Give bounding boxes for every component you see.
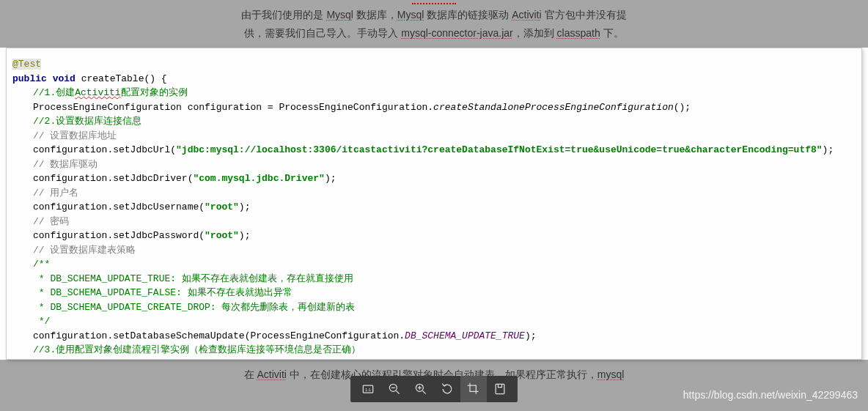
crop-icon[interactable] [460, 376, 487, 402]
c5: // 用户名 [33, 188, 78, 199]
t1c: 数据库， [353, 9, 397, 21]
mc3: * DB_SCHEMA_UPDATE_FALSE: 如果不存在表就抛出异常 [33, 287, 293, 298]
c3: // 设置数据库地址 [33, 130, 117, 141]
c2: //2.设置数据库连接信息 [33, 116, 141, 127]
method-name: createTable() { [76, 73, 167, 84]
l5a: configuration.setJdbcPassword( [33, 230, 205, 241]
mc5: */ [33, 316, 50, 327]
mc1: /** [33, 259, 50, 270]
t2a: 供，需要我们自己导入。手动导入 [244, 27, 401, 39]
rotate-icon[interactable] [434, 376, 460, 402]
squiggle-decoration [412, 1, 456, 4]
zoom-out-icon[interactable] [381, 376, 408, 402]
l3b: "com.mysql.jdbc.Driver" [193, 173, 324, 184]
t2c: ，添加到 [513, 27, 557, 39]
dimmed-top-overlay: 由于我们使用的是 Mysql 数据库，Mysql 数据库的链接驱动 Activi… [0, 0, 868, 48]
b1d: mysql [597, 369, 625, 380]
zoom-in-icon[interactable] [408, 376, 434, 402]
l2a: configuration.setJdbcUrl( [33, 144, 176, 155]
t2b: mysql-connector-java.jar [401, 27, 513, 39]
kw-void: void [53, 73, 76, 84]
l3a: configuration.setJdbcDriver( [33, 173, 193, 184]
l1b: createStandaloneProcessEngineConfigurati… [433, 102, 674, 113]
t1a: 由于我们使用的是 [241, 9, 326, 21]
save-icon[interactable] [487, 376, 513, 402]
t1g: 官方包中并没有提 [542, 9, 627, 21]
l4a: configuration.setJdbcUsername( [33, 201, 205, 212]
l1c: (); [674, 102, 691, 113]
l5b: "root" [205, 230, 239, 241]
kw-public: public [12, 73, 47, 84]
svg-text:1:1: 1:1 [365, 388, 371, 392]
svg-line-3 [397, 391, 400, 394]
l4c: ); [239, 201, 251, 212]
c8: //3.使用配置对象创建流程引擎实例（检查数据库连接等环境信息是否正确） [33, 344, 361, 355]
watermark: https://blog.csdn.net/weixin_42299463 [683, 389, 858, 401]
l5c: ); [239, 230, 251, 241]
fit-icon[interactable]: 1:1 [355, 376, 381, 402]
t1d: Mysql [397, 9, 424, 21]
code-snippet: @Test public void createTable() { //1.创建… [6, 48, 862, 360]
t2e: 下。 [600, 27, 624, 39]
annotation: @Test [12, 59, 41, 70]
t2d: classpath [557, 27, 600, 39]
mc2: * DB_SCHEMA_UPDATE_TRUE: 如果不存在表就创建表，存在就直… [33, 273, 353, 284]
b1a: 在 [244, 369, 257, 380]
l3c: ); [325, 173, 336, 184]
l6c: ); [525, 330, 537, 341]
t1b: Mysql [326, 9, 353, 21]
c1: //1.创建Activiti配置对象的实例 [33, 87, 188, 98]
c6: // 密码 [33, 216, 69, 227]
c7: // 设置数据库建表策略 [33, 245, 136, 256]
svg-line-6 [423, 391, 426, 394]
t1f: Activiti [512, 9, 541, 21]
b1b: Activiti [257, 369, 286, 380]
intro-text: 由于我们使用的是 Mysql 数据库，Mysql 数据库的链接驱动 Activi… [0, 0, 868, 42]
screenshot-toolbar: 1:1 [350, 376, 518, 402]
c4: // 数据库驱动 [33, 159, 98, 170]
l6b: DB_SCHEMA_UPDATE_TRUE [405, 330, 525, 341]
l1a: ProcessEngineConfiguration configuration… [33, 102, 433, 113]
svg-rect-9 [496, 384, 504, 393]
l2b: "jdbc:mysql://localhost:3306/itcastactiv… [176, 144, 823, 155]
l6a: configuration.setDatabaseSchemaUpdate(Pr… [33, 330, 405, 341]
l4b: "root" [205, 201, 239, 212]
l2c: ); [823, 144, 834, 155]
mc4: * DB_SCHEMA_UPDATE_CREATE_DROP: 每次都先删除表，… [33, 302, 355, 313]
t1e: 数据库的链接驱动 [424, 9, 512, 21]
